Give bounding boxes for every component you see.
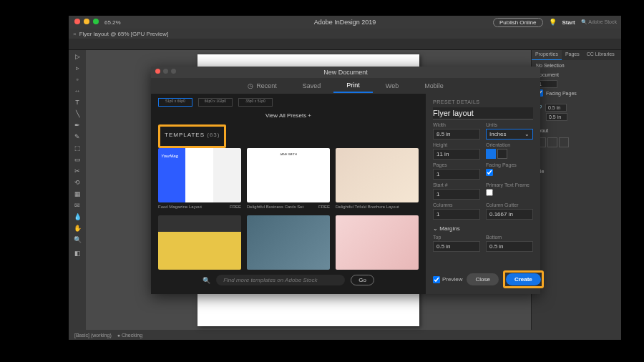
template-thumbnail — [158, 215, 241, 270]
landscape-button[interactable] — [497, 149, 507, 159]
zoom-level[interactable]: 65.2% — [104, 19, 121, 26]
margin-input-2[interactable] — [546, 113, 567, 121]
start-input[interactable] — [433, 189, 480, 200]
selection-tool[interactable]: ▷ — [70, 52, 84, 62]
units-label: Units — [486, 122, 533, 127]
stock-search[interactable]: 🔍 Adobe Stock — [581, 19, 617, 25]
dialog-min-icon — [163, 69, 168, 74]
start-menu[interactable]: Start — [562, 19, 575, 26]
tools-panel: ▷ ▹ ▫ ↔ T ╲ ✒ ✎ ⬚ ▭ ✂ ⟲ ▦ ✉ 💧 ✋ 🔍 ◧ — [69, 50, 86, 330]
go-button[interactable]: Go — [351, 275, 374, 285]
template-name: Food Magazine Layout — [158, 205, 202, 209]
create-button[interactable]: Create — [506, 273, 541, 285]
bottom-label: Bottom — [486, 235, 533, 240]
facing-pages-label: Facing Pages — [546, 91, 577, 96]
template-thumbnail — [336, 148, 419, 202]
margins-section[interactable]: ⌄ Margins — [433, 225, 533, 232]
template-card[interactable]: Food Magazine LayoutFREE — [158, 148, 241, 210]
right-panels: Properties Pages CC Libraries No Selecti… — [531, 50, 621, 330]
width-input[interactable] — [433, 129, 480, 140]
margin-input[interactable] — [545, 104, 567, 112]
tab-recent[interactable]: ◷Recent — [235, 79, 290, 92]
properties-tab[interactable]: Properties — [532, 50, 562, 60]
pages-input[interactable] — [433, 169, 480, 180]
template-name: Delightful Trifold Brochure Layout — [336, 205, 399, 209]
close-button[interactable]: Close — [467, 273, 498, 285]
type-tool[interactable]: T — [70, 97, 84, 107]
blank-preset[interactable]: 66p0 x 102p0 — [198, 98, 233, 107]
preview-toggle[interactable]: Preview — [433, 276, 462, 283]
zoom-tool[interactable]: 🔍 — [70, 235, 84, 245]
template-card[interactable]: Delightful Business Cards SetFREE — [247, 148, 330, 210]
minimize-icon[interactable] — [84, 19, 89, 24]
blank-preset[interactable]: 33p0 x 51p0 — [238, 98, 273, 107]
pen-tool[interactable]: ✒ — [70, 120, 84, 130]
maximize-icon[interactable] — [93, 19, 99, 24]
template-card[interactable] — [158, 215, 241, 270]
document-tabs: × Flyer layout @ 65% [GPU Preview] — [69, 29, 621, 39]
template-card[interactable] — [336, 215, 419, 270]
dialog-close-icon[interactable] — [155, 69, 160, 74]
columns-input[interactable] — [433, 209, 480, 220]
hand-tool[interactable]: ✋ — [70, 223, 84, 233]
fill-stroke[interactable]: ◧ — [70, 246, 84, 260]
status-checking[interactable]: ● Checking — [117, 333, 142, 338]
tab-saved[interactable]: Saved — [290, 79, 334, 92]
close-tab-icon[interactable]: × — [73, 31, 77, 37]
search-icon: 🔍 — [203, 277, 210, 284]
orientation-label: Orientation — [486, 142, 533, 147]
template-price: FREE — [318, 205, 330, 209]
line-tool[interactable]: ╲ — [70, 109, 84, 119]
document-tab[interactable]: Flyer layout @ 65% [GPU Preview] — [79, 31, 169, 37]
rectangle-frame-tool[interactable]: ⬚ — [70, 143, 84, 153]
portrait-button[interactable] — [486, 149, 496, 159]
status-basic[interactable]: [Basic] (working) — [74, 333, 112, 338]
free-transform-tool[interactable]: ⟲ — [70, 177, 84, 187]
units-select[interactable]: Inches ⌄ — [486, 129, 533, 140]
rectangle-tool[interactable]: ▭ — [70, 155, 84, 165]
note-tool[interactable]: ✉ — [70, 200, 84, 210]
titlebar: 65.2% Adobe InDesign 2019 Publish Online… — [69, 16, 621, 29]
file-label: File — [536, 169, 617, 174]
gutter-input[interactable] — [486, 209, 533, 220]
template-thumbnail — [247, 148, 330, 202]
template-price: FREE — [230, 205, 241, 209]
layout-label: ayout — [536, 128, 617, 133]
gradient-tool[interactable]: ▦ — [70, 189, 84, 199]
direct-selection-tool[interactable]: ▹ — [70, 63, 84, 73]
primary-text-frame-checkbox[interactable] — [486, 189, 493, 196]
pencil-tool[interactable]: ✎ — [70, 132, 84, 142]
top-margin-input[interactable] — [433, 241, 480, 252]
document-name-input[interactable] — [433, 107, 533, 119]
gap-tool[interactable]: ↔ — [70, 86, 84, 96]
dialog-title: New Document — [151, 67, 540, 78]
height-input[interactable] — [433, 149, 480, 160]
preview-checkbox[interactable] — [433, 276, 440, 283]
template-card[interactable] — [247, 215, 330, 270]
cc-libraries-tab[interactable]: CC Libraries — [583, 50, 618, 60]
blank-preset[interactable]: 51p0 x 66p0 — [158, 98, 192, 107]
no-selection-label: No Selection — [536, 63, 617, 68]
template-card[interactable]: Delightful Trifold Brochure Layout — [336, 148, 419, 210]
tab-web[interactable]: Web — [373, 79, 411, 92]
lightbulb-icon[interactable]: 💡 — [549, 19, 557, 26]
grid-icon[interactable] — [547, 137, 557, 147]
pages-tab[interactable]: Pages — [562, 50, 583, 60]
control-bar — [69, 39, 621, 50]
pages-label: Pages — [433, 162, 480, 167]
publish-online-button[interactable]: Publish Online — [493, 18, 543, 27]
template-search-input[interactable] — [216, 275, 345, 285]
page-tool[interactable]: ▫ — [70, 74, 84, 84]
scissors-tool[interactable]: ✂ — [70, 166, 84, 176]
eyedropper-tool[interactable]: 💧 — [70, 212, 84, 222]
view-all-presets[interactable]: View All Presets + — [158, 112, 419, 119]
status-bar: [Basic] (working) ● Checking — [69, 330, 621, 340]
facing-pages-checkbox[interactable] — [486, 169, 493, 176]
start-label: Start # — [433, 182, 480, 187]
tab-mobile[interactable]: Mobile — [411, 79, 457, 92]
bottom-margin-input[interactable] — [486, 241, 533, 252]
templates-highlight: TEMPLATES (63) — [158, 124, 226, 148]
close-icon[interactable] — [74, 19, 80, 24]
tab-print[interactable]: Print — [333, 79, 373, 93]
grid-icon[interactable] — [559, 137, 569, 147]
